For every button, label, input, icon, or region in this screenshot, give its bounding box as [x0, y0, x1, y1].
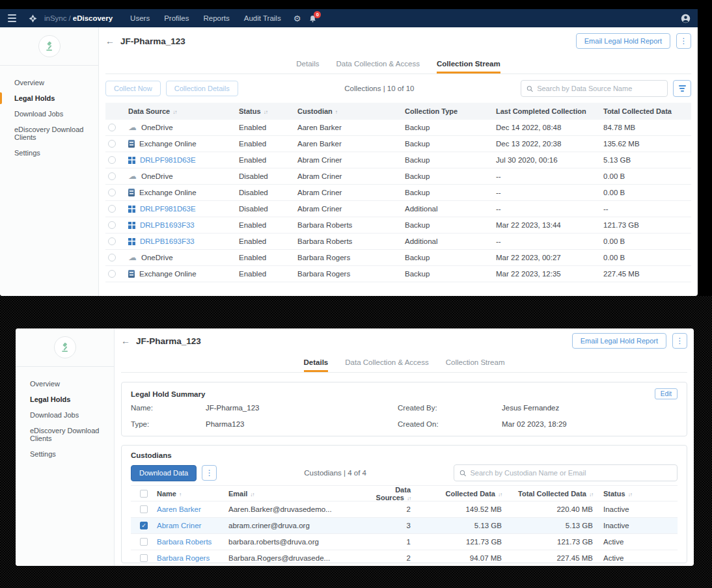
row-checkbox[interactable]: [140, 538, 148, 546]
col-custodian[interactable]: Custodian↑: [297, 107, 405, 115]
search-icon: [459, 470, 466, 477]
radio-button[interactable]: [108, 124, 116, 131]
col-data-sources[interactable]: Data Sources↓↑: [362, 486, 411, 501]
device-link[interactable]: DRLPF981D63E: [140, 156, 196, 164]
nav-audit-trails[interactable]: Audit Trails: [244, 14, 281, 22]
col-status[interactable]: Status↓↑: [239, 107, 297, 115]
back-button[interactable]: ←: [105, 36, 115, 46]
tab-collection-stream[interactable]: Collection Stream: [437, 60, 500, 74]
tab-details[interactable]: Details: [296, 60, 319, 74]
brand-insync[interactable]: inSync: [44, 14, 67, 22]
main-content: ← JF-Pharma_123 Email Legal Hold Report …: [115, 328, 694, 566]
col-name[interactable]: Name↑: [157, 490, 228, 498]
table-row[interactable]: DRLPB1693F33 Enabled Barbara Roberts Add…: [105, 234, 691, 250]
radio-button[interactable]: [108, 140, 116, 148]
table-header-row: Name↑ Email↓↑ Data Sources↓↑ Collected D…: [131, 485, 678, 501]
sidebar-item-settings[interactable]: Settings: [16, 446, 114, 462]
breadcrumb: inSync/eDiscovery: [44, 14, 113, 22]
bell-icon[interactable]: 0: [308, 14, 317, 23]
back-button[interactable]: ←: [121, 336, 130, 345]
edit-button[interactable]: Edit: [655, 388, 678, 399]
tab-collection-stream[interactable]: Collection Stream: [446, 358, 505, 372]
radio-button[interactable]: [108, 270, 116, 278]
radio-button[interactable]: [108, 205, 116, 213]
col-email[interactable]: Email↓↑: [228, 490, 362, 498]
onedrive-icon: [128, 124, 137, 132]
status-value: Active: [593, 538, 678, 546]
row-checkbox[interactable]: [140, 505, 148, 513]
col-total-collected-data[interactable]: Total Collected Data↓↑: [502, 490, 593, 498]
col-status[interactable]: Status↓↑: [593, 490, 678, 498]
table-row[interactable]: DRLPB1693F33 Enabled Barbara Roberts Bac…: [105, 217, 691, 234]
table-row[interactable]: Exchange Online Enabled Aaren Barker Bac…: [105, 136, 691, 152]
select-all-checkbox[interactable]: [140, 490, 148, 498]
data-source-search-input[interactable]: [537, 85, 662, 92]
collections-toolbar: Collect Now Collection Details Collectio…: [105, 74, 691, 103]
nav-profiles[interactable]: Profiles: [164, 14, 189, 22]
col-data-source[interactable]: Data Source↓↑: [128, 107, 239, 115]
filter-button[interactable]: [673, 80, 691, 97]
table-row[interactable]: OneDrive Enabled Barbara Rogers Backup M…: [105, 250, 691, 266]
table-row[interactable]: Exchange Online Enabled Barbara Rogers B…: [105, 266, 691, 282]
table-row[interactable]: Barbara Rogers Barbara.Rogers@druvasede.…: [131, 550, 678, 563]
sidebar-item-legal-holds[interactable]: Legal Holds: [0, 90, 98, 106]
table-row[interactable]: Aaren Barker Aaren.Barker@druvasedemo...…: [131, 501, 678, 518]
table-row[interactable]: DRLPF981D63E Enabled Abram Criner Backup…: [105, 152, 691, 168]
windows-device-icon: [128, 206, 135, 213]
user-avatar-icon[interactable]: [680, 13, 691, 24]
table-row[interactable]: OneDrive Enabled Aaren Barker Backup Dec…: [105, 120, 691, 136]
radio-button[interactable]: [108, 172, 116, 180]
more-actions-button[interactable]: ⋮: [672, 333, 687, 349]
device-link[interactable]: DRLPF981D63E: [140, 205, 196, 213]
email-legal-hold-report-button[interactable]: Email Legal Hold Report: [576, 33, 670, 49]
radio-button[interactable]: [108, 156, 116, 164]
gear-icon[interactable]: ⚙: [294, 14, 301, 23]
table-row[interactable]: Barbara Roberts barbara.roberts@druva.or…: [131, 534, 678, 550]
col-collected-data[interactable]: Collected Data↓↑: [411, 490, 502, 498]
radio-button[interactable]: [108, 189, 116, 196]
legal-hold-badge: [38, 35, 61, 57]
tab-bar: Details Data Collection & Access Collect…: [121, 353, 687, 373]
nav-users[interactable]: Users: [130, 14, 150, 22]
sidebar-item-overview[interactable]: Overview: [16, 376, 114, 392]
sidebar-item-overview[interactable]: Overview: [0, 75, 98, 90]
more-actions-button[interactable]: ⋮: [202, 465, 217, 481]
custodian-link[interactable]: Abram Criner: [157, 522, 228, 529]
collect-now-button[interactable]: Collect Now: [105, 81, 161, 96]
table-row[interactable]: DRLPF981D63E Disabled Abram Criner Addit…: [105, 201, 691, 217]
custodian-link[interactable]: Barbara Rogers: [157, 554, 228, 562]
custodian-search-input[interactable]: [470, 469, 672, 477]
custodian-link[interactable]: Barbara Roberts: [157, 538, 228, 546]
tab-data-collection-access[interactable]: Data Collection & Access: [336, 60, 419, 74]
device-link[interactable]: DRLPB1693F33: [140, 221, 195, 229]
custodian-link[interactable]: Aaren Barker: [157, 505, 228, 513]
table-row[interactable]: Exchange Online Disabled Abram Criner Ba…: [105, 185, 691, 201]
sidebar-item-legal-holds[interactable]: Legal Holds: [16, 392, 114, 407]
sidebar-item-download-jobs[interactable]: Download Jobs: [0, 106, 98, 122]
row-checkbox[interactable]: [140, 554, 148, 562]
radio-button[interactable]: [108, 237, 116, 245]
name-value: JF-Pharma_123: [206, 404, 398, 412]
nav-reports[interactable]: Reports: [204, 14, 230, 22]
table-row[interactable]: Abram Criner abram.criner@druva.org 3 5.…: [131, 518, 678, 534]
sidebar-item-settings[interactable]: Settings: [0, 145, 98, 161]
row-checkbox-checked[interactable]: [140, 522, 148, 529]
tab-data-collection-access[interactable]: Data Collection & Access: [345, 358, 428, 372]
email-legal-hold-report-button[interactable]: Email Legal Hold Report: [572, 333, 666, 349]
tab-details[interactable]: Details: [304, 358, 329, 372]
summary-title: Legal Hold Summary: [131, 390, 205, 398]
download-data-button[interactable]: Download Data: [131, 465, 197, 481]
hamburger-menu-icon[interactable]: [8, 14, 16, 22]
status-value: Inactive: [593, 522, 678, 529]
sidebar-item-ediscovery-download-clients[interactable]: eDiscovery Download Clients: [16, 423, 114, 446]
more-actions-button[interactable]: ⋮: [676, 33, 691, 49]
sidebar-item-download-jobs[interactable]: Download Jobs: [16, 407, 114, 423]
radio-button[interactable]: [108, 221, 116, 229]
table-row[interactable]: OneDrive Disabled Abram Criner Backup --…: [105, 168, 691, 185]
collection-details-button[interactable]: Collection Details: [166, 81, 238, 96]
druva-logo-icon: [28, 14, 38, 23]
device-link[interactable]: DRLPB1693F33: [140, 237, 195, 245]
radio-button[interactable]: [108, 254, 116, 261]
brand-ediscovery[interactable]: eDiscovery: [73, 14, 113, 22]
sidebar-item-ediscovery-download-clients[interactable]: eDiscovery Download Clients: [0, 122, 98, 145]
